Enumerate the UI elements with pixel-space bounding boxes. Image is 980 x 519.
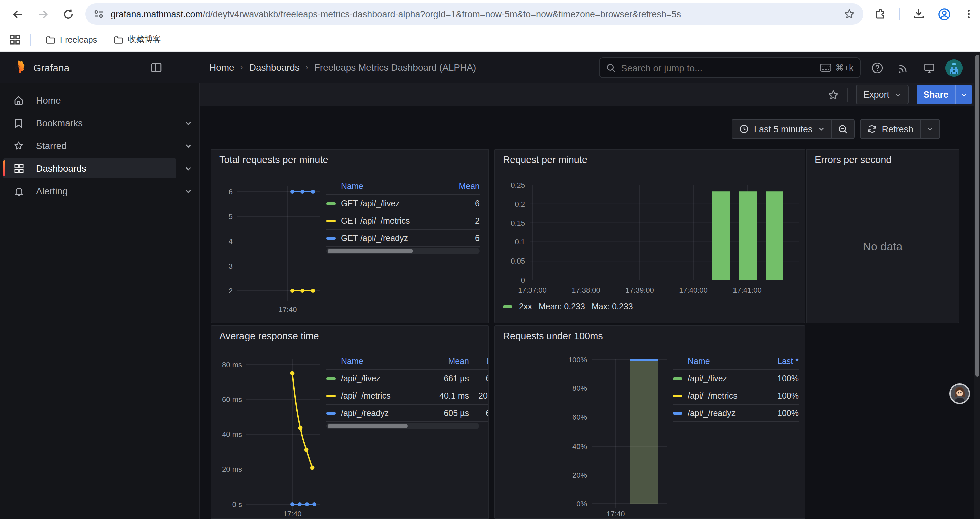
- legend-col-name[interactable]: Name: [341, 356, 432, 366]
- legend-header: Name Mean Las: [326, 353, 489, 370]
- panel-requests-under-100ms[interactable]: Requests under 100ms 100% 80% 60% 40% 20…: [494, 325, 805, 519]
- series-color-pill: [673, 412, 682, 414]
- chevron-down-icon[interactable]: [183, 163, 194, 174]
- time-controls: Last 5 minutes Refresh: [732, 119, 940, 139]
- sidebar-toggle-icon[interactable]: [151, 62, 162, 73]
- legend-col-mean[interactable]: Mean: [446, 181, 480, 191]
- help-button[interactable]: [867, 58, 887, 78]
- breadcrumb-home[interactable]: Home: [210, 62, 234, 73]
- favorite-star-icon[interactable]: [827, 88, 839, 101]
- panel-title[interactable]: Errors per second: [815, 154, 892, 165]
- legend-row[interactable]: GET /api/_/metrics 2: [326, 212, 480, 230]
- sidebar-item-dashboards[interactable]: Dashboards: [3, 158, 176, 178]
- sidebar-item-bookmarks[interactable]: Bookmarks: [3, 113, 176, 133]
- reload-button[interactable]: [59, 5, 77, 23]
- legend-col-name[interactable]: Name: [341, 181, 446, 191]
- chevron-down-icon[interactable]: [183, 140, 194, 151]
- breadcrumb-separator: ›: [299, 63, 314, 72]
- legend-table: Name Mean GET /api/_/livez 6 GET /api/_/…: [326, 178, 480, 247]
- legend-scrollbar[interactable]: [326, 423, 479, 430]
- zoom-out-button[interactable]: [831, 120, 854, 138]
- user-avatar[interactable]: [945, 59, 963, 77]
- grafana-logo[interactable]: [10, 59, 26, 76]
- star-icon: [13, 140, 24, 151]
- sidebar-item-alerting[interactable]: Alerting: [3, 181, 176, 201]
- forward-button[interactable]: [33, 5, 52, 23]
- export-button[interactable]: Export: [856, 85, 908, 104]
- bell-icon: [13, 186, 24, 196]
- svg-text:17:40: 17:40: [283, 509, 301, 518]
- apps-grid-icon[interactable]: [10, 34, 21, 45]
- monitor-icon: [923, 62, 935, 74]
- search-shortcut: ⌘+k: [820, 63, 853, 73]
- breadcrumb-dashboards[interactable]: Dashboards: [249, 62, 299, 73]
- svg-text:17:40:00: 17:40:00: [679, 286, 708, 294]
- svg-text:4: 4: [229, 237, 233, 246]
- series-color-pill: [326, 219, 336, 222]
- profile-icon[interactable]: [937, 7, 951, 21]
- legend-inline[interactable]: 2xx Mean: 0.233 Max: 0.233: [503, 302, 633, 311]
- sidebar-item-home[interactable]: Home: [3, 90, 176, 110]
- zoom-out-icon: [838, 124, 848, 134]
- time-range-picker[interactable]: Last 5 minutes: [732, 119, 854, 139]
- breadcrumb: Home › Dashboards › Freeleaps Metrics Da…: [210, 52, 476, 83]
- chevron-down-icon[interactable]: [183, 118, 194, 128]
- legend-scrollbar[interactable]: [326, 248, 480, 254]
- page-scrollbar[interactable]: [974, 52, 980, 519]
- help-icon: [871, 62, 883, 74]
- search-bar[interactable]: ⌘+k: [599, 57, 861, 78]
- download-icon[interactable]: [912, 7, 925, 21]
- extensions-icon[interactable]: [874, 8, 886, 21]
- news-button[interactable]: [893, 58, 913, 78]
- share-main[interactable]: Share: [916, 85, 955, 104]
- bookmark-folder-blogs[interactable]: 收藏博客: [108, 32, 167, 48]
- toolbar-divider: [899, 8, 900, 20]
- panel-avg-response-time[interactable]: Average response time 80 ms 60 ms 40 ms …: [211, 325, 489, 519]
- legend-table: Name Mean Las /api/_/livez 661 µs 646 /a…: [326, 353, 489, 422]
- share-menu-toggle[interactable]: [955, 85, 972, 104]
- assistant-avatar-widget[interactable]: [949, 383, 970, 404]
- bookmark-star-icon[interactable]: [843, 8, 855, 20]
- bar-2xx: [766, 192, 783, 280]
- refresh-button[interactable]: Refresh: [860, 119, 940, 139]
- clock-icon: [739, 124, 749, 134]
- dashboard-actions: Export Share: [827, 85, 972, 104]
- legend-row[interactable]: /api/_/metrics 40.1 ms 20.5 r: [326, 387, 489, 405]
- svg-text:17:39:00: 17:39:00: [625, 286, 654, 294]
- scrollbar-thumb[interactable]: [975, 55, 979, 377]
- dashboards-grid-icon: [13, 163, 24, 174]
- legend-table: Name Last * /api/_/livez 100% /api/_/met…: [673, 353, 799, 422]
- legend-row[interactable]: /api/_/readyz 100%: [673, 405, 799, 422]
- legend-row[interactable]: /api/_/livez 661 µs 646: [326, 370, 489, 387]
- breadcrumb-separator: ›: [234, 63, 249, 72]
- panel-errors-per-second[interactable]: Errors per second No data: [806, 149, 959, 323]
- legend-col-mean[interactable]: Mean: [432, 356, 469, 366]
- chevron-down-icon[interactable]: [183, 186, 194, 196]
- panel-total-requests[interactable]: Total requests per minute 6 5 4 3 2 17:4…: [211, 149, 489, 323]
- legend-row[interactable]: /api/_/livez 100%: [673, 370, 799, 387]
- url-bar[interactable]: grafana.mathmast.com/d/deytv4rwavabkb/fr…: [85, 3, 863, 25]
- legend-col-last[interactable]: Las: [469, 356, 489, 366]
- legend-col-last[interactable]: Last *: [764, 356, 799, 366]
- series-color-pill: [326, 394, 336, 397]
- bookmark-folder-freeleaps[interactable]: Freeleaps: [40, 32, 102, 47]
- kiosk-button[interactable]: [919, 58, 939, 78]
- legend-row[interactable]: /api/_/metrics 100%: [673, 387, 799, 405]
- svg-text:100%: 100%: [568, 356, 587, 364]
- search-input[interactable]: [621, 62, 815, 73]
- legend-row[interactable]: /api/_/readyz 605 µs 620: [326, 405, 489, 422]
- legend-row[interactable]: GET /api/_/livez 6: [326, 195, 480, 212]
- series-color-pill: [673, 377, 682, 380]
- menu-kebab-icon[interactable]: [963, 9, 974, 19]
- request-per-minute-chart: 0.25 0.2 0.15 0.1 0.05 0 17:37:00 17:38:…: [495, 150, 805, 323]
- svg-text:0.2: 0.2: [515, 200, 525, 208]
- panel-request-per-minute[interactable]: Request per minute 0.25 0.2 0.15 0.1 0.0…: [494, 149, 805, 323]
- sidebar-item-starred[interactable]: Starred: [3, 136, 176, 156]
- refresh-interval-toggle[interactable]: [920, 120, 939, 138]
- share-button[interactable]: Share: [916, 85, 972, 104]
- breadcrumb-current: Freeleaps Metrics Dashboard (ALPHA): [314, 62, 476, 73]
- back-button[interactable]: [8, 5, 27, 23]
- legend-col-name[interactable]: Name: [688, 356, 764, 366]
- legend-row[interactable]: GET /api/_/readyz 6: [326, 230, 480, 247]
- svg-text:60%: 60%: [573, 413, 587, 422]
